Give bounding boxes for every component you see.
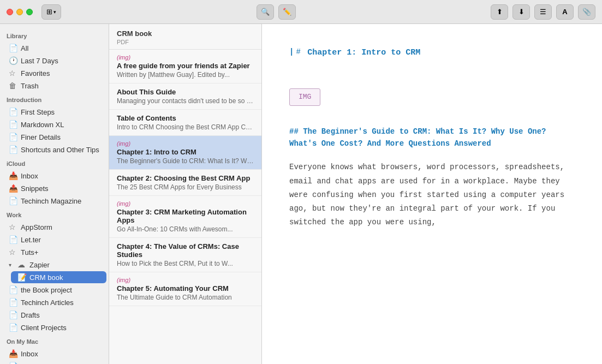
document-icon: 📄 xyxy=(9,285,17,294)
doc-item-title: Chapter 4: The Value of CRMs: Case Studi… xyxy=(117,242,254,259)
trash-icon: 🗑 xyxy=(9,81,17,90)
menu-button[interactable]: ☰ xyxy=(534,4,552,20)
compose-button[interactable]: ✏️ xyxy=(278,4,296,20)
sidebar-item-last7days[interactable]: 🕐 Last 7 Days xyxy=(2,55,106,67)
note-icon: 📝 xyxy=(17,273,26,282)
sidebar-item-finer-details[interactable]: 📄 Finer Details xyxy=(2,131,106,143)
document-icon: 📄 xyxy=(9,108,17,116)
doc-item-preview: Managing your contacts didn't used to be… xyxy=(117,97,254,105)
sidebar-item-zapier[interactable]: ▾ ☁ Zapier xyxy=(2,259,106,271)
font-button[interactable]: A xyxy=(556,4,574,20)
document-icon: 📄 xyxy=(9,235,17,244)
editor-paragraph: Everyone knows what browsers, word proce… xyxy=(289,160,575,229)
doc-item-ch2[interactable]: Chapter 2: Choosing the Best CRM App The… xyxy=(109,170,261,196)
sidebar-item-techinch[interactable]: 📄 Techinch Magazine xyxy=(2,195,106,207)
share-button[interactable]: ⬆ xyxy=(491,4,508,20)
sidebar-item-label: Trash xyxy=(21,82,39,90)
sidebar-item-drafts[interactable]: 📄 Drafts xyxy=(2,309,106,321)
editor-paragraph-text: Everyone knows what browsers, word proce… xyxy=(289,160,575,229)
sidebar-item-label: Techinch Magazine xyxy=(21,197,81,205)
sidebar-item-label: Zapier Books xyxy=(21,362,63,365)
star-icon: ☆ xyxy=(9,223,17,231)
sidebar-item-crm-book[interactable]: 📝 CRM book xyxy=(11,271,106,283)
search-button[interactable]: 🔍 xyxy=(257,4,274,20)
sidebar-item-book-project[interactable]: 📄 the Book project xyxy=(2,284,106,296)
share-icon: ⬆ xyxy=(497,8,503,16)
doc-item-ch1[interactable]: (img) Chapter 1: Intro to CRM The Beginn… xyxy=(109,136,261,170)
snippets-icon: 📤 xyxy=(9,184,17,193)
layout-toggle-button[interactable]: ⊞ ▾ xyxy=(41,4,61,20)
sidebar-item-all[interactable]: 📄 All xyxy=(2,42,106,54)
sidebar-item-label: First Steps xyxy=(21,108,55,116)
sidebar-item-shortcuts[interactable]: 📄 Shortcuts and Other Tips xyxy=(2,144,106,156)
sidebar-item-inbox-icloud[interactable]: 📥 Inbox xyxy=(2,170,106,182)
sidebar-item-label: All xyxy=(21,44,28,52)
close-button[interactable] xyxy=(7,9,13,15)
doc-item-ch5[interactable]: (img) Chapter 5: Automating Your CRM The… xyxy=(109,272,261,306)
paperclip-icon: 📎 xyxy=(582,8,591,16)
attachment-button[interactable]: 📎 xyxy=(578,4,595,20)
library-section-label: Library xyxy=(0,28,109,41)
editor-heading1-line: | # Chapter 1: Intro to CRM xyxy=(289,46,575,69)
download-icon: ⬇ xyxy=(518,8,524,16)
editor-heading2: ## The Beginner's Guide to CRM: What Is … xyxy=(289,126,575,150)
doc-item-toc[interactable]: Table of Contents Intro to CRM Choosing … xyxy=(109,110,261,136)
sidebar-item-markdown-xl[interactable]: 📄 Markdown XL xyxy=(2,118,106,130)
sidebar-item-label: Finer Details xyxy=(21,133,61,141)
sidebar-item-tuts[interactable]: ☆ Tuts+ xyxy=(2,246,106,258)
editor-pane[interactable]: | # Chapter 1: Intro to CRM IMG ## The B… xyxy=(262,24,602,364)
sidebar-item-leter[interactable]: 📄 Let.ter xyxy=(2,234,106,246)
fullscreen-button[interactable] xyxy=(26,9,33,15)
sidebar-item-label: Let.ter xyxy=(21,236,41,244)
document-icon: 📄 xyxy=(9,133,17,141)
layout-icon: ⊞ xyxy=(46,8,52,16)
download-button[interactable]: ⬇ xyxy=(512,4,530,20)
sidebar-item-appstorm[interactable]: ☆ AppStorm xyxy=(2,221,106,233)
cloud-icon: ☁ xyxy=(17,260,26,269)
sidebar-item-label: CRM book xyxy=(29,273,63,282)
sidebar-item-zapier-books[interactable]: 📄 Zapier Books xyxy=(2,360,106,364)
doc-item-preview: Intro to CRM Choosing the Best CRM App C… xyxy=(117,123,254,131)
doc-item-preview: The Beginner's Guide to CRM: What Is It?… xyxy=(117,157,254,165)
sidebar-item-client-projects[interactable]: 📄 Client Projects xyxy=(2,321,106,333)
doc-item-img-tag: (img) xyxy=(117,140,254,147)
star-icon: ☆ xyxy=(9,248,17,256)
document-icon: 📄 xyxy=(9,120,17,129)
introduction-section-label: Introduction xyxy=(0,92,109,105)
doc-item-ch3[interactable]: (img) Chapter 3: CRM Marketing Automatio… xyxy=(109,196,261,238)
sidebar-item-first-steps[interactable]: 📄 First Steps xyxy=(2,106,106,118)
doc-item-ch4[interactable]: Chapter 4: The Value of CRMs: Case Studi… xyxy=(109,238,261,272)
title-bar: ⊞ ▾ 🔍 ✏️ ⬆ ⬇ ☰ A 📎 xyxy=(0,0,602,24)
editor-content: | # Chapter 1: Intro to CRM IMG ## The B… xyxy=(289,46,575,229)
sidebar-item-trash[interactable]: 🗑 Trash xyxy=(2,80,106,92)
sidebar-item-techinch-articles[interactable]: 📄 Techinch Articles xyxy=(2,296,106,308)
sidebar-item-label: Inbox xyxy=(21,350,38,358)
document-icon: 📄 xyxy=(9,196,17,205)
sidebar-item-inbox-mac[interactable]: 📥 Inbox xyxy=(2,348,106,360)
editor-heading1: Chapter 1: Intro to CRM xyxy=(307,46,420,60)
search-icon: 🔍 xyxy=(261,8,270,16)
doc-item-title: Chapter 2: Choosing the Best CRM App xyxy=(117,174,254,182)
document-list: CRM book PDF (img) A free guide from you… xyxy=(109,24,262,364)
font-icon: A xyxy=(562,8,567,16)
sidebar-item-label: the Book project xyxy=(21,286,72,294)
doc-item-intro[interactable]: (img) A free guide from your friends at … xyxy=(109,50,261,83)
sidebar-item-label: Techinch Articles xyxy=(21,299,74,307)
doc-item-preview: Go All-In-One: 10 CRMs with Awesom... xyxy=(117,225,254,233)
img-placeholder: IMG xyxy=(289,88,320,106)
chevron-down-icon: ▾ xyxy=(53,9,56,15)
doc-item-preview: How to Pick the Best CRM, Put it to W... xyxy=(117,260,254,267)
compose-icon: ✏️ xyxy=(283,8,291,16)
sidebar-item-label: Shortcuts and Other Tips xyxy=(21,146,99,154)
doc-item-title: A free guide from your friends at Zapier xyxy=(117,62,254,70)
sidebar-item-label: Inbox xyxy=(21,172,38,180)
inbox-icon: 📥 xyxy=(9,349,17,358)
sidebar-item-label: Last 7 Days xyxy=(21,57,58,65)
minimize-button[interactable] xyxy=(16,9,23,15)
toolbar-right: ⬆ ⬇ ☰ A 📎 xyxy=(491,4,595,20)
sidebar-item-snippets[interactable]: 📤 Snippets xyxy=(2,182,106,194)
doc-item-about[interactable]: About This Guide Managing your contacts … xyxy=(109,83,261,110)
doclist-header: CRM book PDF xyxy=(109,24,261,50)
traffic-lights xyxy=(7,9,33,15)
sidebar-item-favorites[interactable]: ☆ Favorites xyxy=(2,67,106,79)
